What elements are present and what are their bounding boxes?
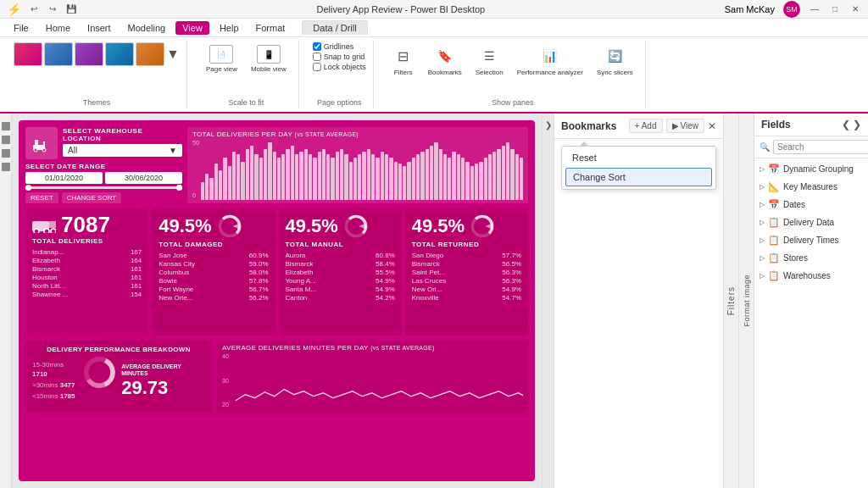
- bar: [407, 140, 410, 200]
- snap-to-grid-checkbox[interactable]: [313, 53, 321, 61]
- reset-button[interactable]: RESET: [25, 192, 58, 203]
- bar: [488, 140, 492, 200]
- maximize-button[interactable]: □: [829, 3, 841, 15]
- dashboard-stats-row: 7087 TOTAL DELIVERIES Indianap...167Eliz…: [25, 208, 528, 336]
- menu-view[interactable]: View: [175, 21, 209, 35]
- gridlines-checkbox-label[interactable]: Gridlines: [313, 42, 366, 51]
- stat-list-value: 56.2%: [249, 294, 269, 302]
- bookmarks-title: Bookmarks: [561, 120, 616, 132]
- bookmark-change-sort-item[interactable]: Change Sort: [565, 168, 712, 186]
- menu-insert[interactable]: Insert: [81, 21, 118, 35]
- y-axis: 50 0: [192, 140, 199, 200]
- bar: [232, 140, 236, 200]
- stat-list-name: Bismarck: [32, 265, 60, 273]
- menu-file[interactable]: File: [7, 21, 36, 35]
- theme-sample-5[interactable]: [136, 42, 164, 66]
- format-image-tab[interactable]: Format image: [738, 114, 754, 488]
- bar: [358, 140, 361, 200]
- filters-tab[interactable]: Filters: [723, 114, 738, 488]
- stat-list-name: Bismarck: [286, 260, 314, 268]
- theme-sample-4[interactable]: [105, 42, 134, 66]
- warehouse-controls-inner: SELECT WAREHOUSE LOCATION All ▼: [63, 127, 182, 157]
- stat-list-name: Elizabeth: [32, 257, 60, 264]
- stat-list-value: 164: [131, 257, 142, 264]
- stat-list-row: Las Cruces56.3%: [412, 277, 521, 285]
- themes-expand-icon[interactable]: ▼: [166, 42, 180, 66]
- selection-pane-button[interactable]: ☰ Selection: [470, 42, 509, 79]
- sidebar-icon-1[interactable]: [2, 122, 10, 130]
- deliveries-header: 7087: [32, 214, 142, 236]
- bookmarks-close-button[interactable]: ✕: [708, 120, 716, 132]
- stat-list-value: 56.3%: [502, 269, 521, 276]
- bar: [452, 140, 455, 200]
- theme-sample-2[interactable]: [44, 42, 73, 66]
- fields-panel-actions: ❮ ❯: [842, 119, 861, 130]
- sidebar-icon-4[interactable]: [2, 163, 10, 171]
- sidebar-icon-2[interactable]: [2, 136, 10, 144]
- close-button[interactable]: ✕: [849, 3, 861, 15]
- stat-list-value: 54.9%: [502, 286, 521, 293]
- lock-objects-checkbox-label[interactable]: Lock objects: [313, 63, 366, 71]
- field-group-icon-0: 📅: [768, 164, 780, 175]
- save-button[interactable]: 💾: [65, 3, 77, 15]
- panel-left-chevron[interactable]: ❯: [542, 114, 554, 488]
- change-sort-button[interactable]: CHANGE SORT: [62, 192, 122, 203]
- field-group-icon-1: 📐: [768, 181, 780, 192]
- redo-button[interactable]: ↪: [47, 3, 58, 15]
- bar: [254, 140, 258, 200]
- sidebar-icon-3[interactable]: [2, 149, 10, 158]
- date-slider[interactable]: [25, 186, 182, 189]
- stat-list-name: Santa M...: [286, 286, 316, 293]
- stat-list-name: Indianap...: [32, 248, 64, 256]
- undo-button[interactable]: ↩: [28, 3, 40, 15]
- stat-list-name: Aurora: [286, 252, 306, 259]
- field-group-header-0[interactable]: ▷ 📅 Dynamic Grouping: [758, 162, 865, 176]
- field-group-header-5[interactable]: ▷ 📋 Stores: [758, 251, 865, 265]
- bookmarks-view-button[interactable]: ▶ View: [666, 119, 705, 133]
- menu-format[interactable]: Format: [249, 21, 292, 35]
- avg-delivery-value: 29.73: [121, 379, 205, 397]
- fields-chevron-left[interactable]: ❮: [842, 119, 850, 130]
- sync-slicers-button[interactable]: 🔄 Sync slicers: [592, 42, 638, 79]
- minimize-button[interactable]: —: [809, 3, 821, 15]
- field-group-header-2[interactable]: ▷ 📅 Dates: [758, 197, 865, 212]
- warehouse-dropdown-icon: ▼: [169, 146, 177, 155]
- field-group-header-6[interactable]: ▷ 📋 Warehouses: [758, 269, 865, 283]
- stat-list-name: Knoxville: [412, 294, 439, 302]
- gridlines-checkbox[interactable]: [313, 42, 321, 51]
- stat-list-value: 161: [131, 265, 142, 273]
- menu-modeling[interactable]: Modeling: [121, 21, 173, 35]
- lock-objects-checkbox[interactable]: [313, 63, 321, 71]
- fields-chevron-right[interactable]: ❯: [853, 119, 861, 130]
- field-group-header-4[interactable]: ▷ 📋 Delivery Times: [758, 233, 865, 247]
- bar: [268, 140, 271, 200]
- theme-sample-3[interactable]: [75, 42, 103, 66]
- theme-sample-1[interactable]: [14, 42, 42, 66]
- ribbon-scale-group: 📄 Page view 📱 Mobile view Scale to fit: [194, 41, 299, 108]
- bottom-line-chart: [231, 353, 523, 409]
- stat-list-name: Fort Wayne: [159, 286, 193, 293]
- bar: [520, 140, 523, 200]
- warehouse-select[interactable]: All ▼: [63, 144, 182, 157]
- performance-analyzer-button[interactable]: 📊 Performance analyzer: [512, 42, 588, 79]
- filters-pane-button[interactable]: ⊟ Filters: [387, 42, 420, 79]
- bookmarks-pane-button[interactable]: 🔖 Bookmarks: [423, 42, 467, 79]
- menu-data-drill[interactable]: Data / Drill: [302, 20, 367, 35]
- bar: [277, 140, 281, 200]
- mobile-view-button[interactable]: 📱 Mobile view: [246, 42, 292, 75]
- menu-home[interactable]: Home: [39, 21, 77, 35]
- manual-list: Aurora60.8%Bismarck58.4%Elizabeth55.5%Yo…: [286, 252, 395, 330]
- page-view-button[interactable]: 📄 Page view: [201, 42, 242, 75]
- field-group-header-3[interactable]: ▷ 📋 Delivery Data: [758, 215, 865, 230]
- date-from-input[interactable]: 01/01/2020: [25, 172, 103, 184]
- menu-help[interactable]: Help: [213, 21, 246, 35]
- stat-list-row: New Orle...56.2%: [159, 294, 268, 302]
- fields-search-input[interactable]: [773, 140, 868, 154]
- performance-avg-section: AVERAGE DELIVERY MINUTES 29.73: [121, 353, 205, 408]
- snap-to-grid-checkbox-label[interactable]: Snap to grid: [313, 53, 366, 61]
- top-bar-chart: [201, 140, 523, 200]
- field-group-header-1[interactable]: ▷ 📐 Key Measures: [758, 180, 865, 194]
- bookmark-reset-item[interactable]: Reset: [562, 148, 715, 167]
- date-to-input[interactable]: 30/06/2020: [105, 172, 182, 184]
- bookmarks-add-button[interactable]: + Add: [629, 119, 663, 133]
